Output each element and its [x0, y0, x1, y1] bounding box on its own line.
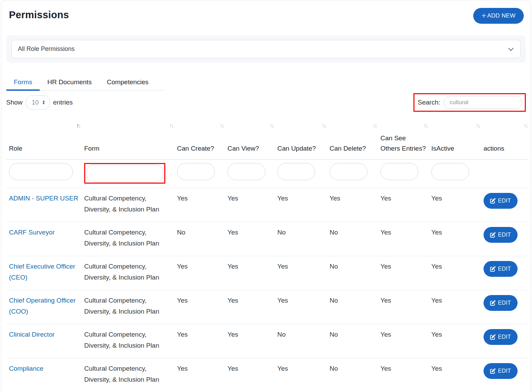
column-header-can_update[interactable]: ↑↓Can Update? [275, 117, 327, 160]
table-row: CARF SurveyorCultural Competency, Divers… [6, 222, 529, 256]
sort-icon[interactable]: ↑↓ [322, 121, 325, 131]
edit-label: EDIT [498, 334, 511, 340]
can-view-cell: Yes [225, 256, 275, 290]
is-active-cell: Yes [429, 256, 481, 290]
table-row: ADMIN - SUPER USERCultural Competency, D… [6, 188, 529, 222]
sort-icon[interactable]: ↑↓ [269, 121, 273, 131]
can-delete-cell: No [327, 256, 378, 290]
form-cell: Cultural Competency, Diversity, & Inclus… [81, 188, 174, 222]
role-link[interactable]: CARF Surveyor [9, 229, 55, 236]
edit-label: EDIT [498, 198, 511, 204]
sort-icon[interactable]: ↑↓ [220, 121, 223, 131]
chevron-down-icon [508, 46, 514, 51]
tab-forms[interactable]: Forms [6, 76, 40, 90]
can-view-cell: Yes [225, 324, 275, 358]
filter-input-can_create[interactable] [177, 163, 215, 180]
column-header-form[interactable]: ↑↓Form [81, 117, 174, 160]
edit-icon [490, 198, 496, 204]
form-cell: Cultural Competency, Diversity, & Inclus… [81, 222, 174, 256]
edit-button[interactable]: EDIT [484, 363, 518, 379]
column-filter-row [6, 160, 529, 188]
column-label: Can Delete? [330, 145, 366, 152]
sort-icon[interactable]: ↑↓ [169, 121, 173, 131]
table-toolbar: Show 10 ▲▼ entries Search: [6, 93, 526, 112]
can-create-cell: Yes [174, 188, 225, 222]
role-link[interactable]: Chief Operating Officer (COO) [9, 297, 76, 315]
actions-cell: EDIT [481, 324, 529, 358]
role-link[interactable]: Compliance [9, 365, 43, 372]
sort-icon[interactable]: ↑↓ [476, 121, 479, 131]
is-active-cell: Yes [429, 358, 481, 392]
select-arrows-icon: ▲▼ [42, 100, 45, 105]
filter-input-can_see_others[interactable] [380, 163, 418, 180]
table-row: Chief Executive Officer (CEO)Cultural Co… [6, 256, 529, 290]
column-header-can_see_others[interactable]: ↑↓Can See Others Entries? [378, 117, 429, 160]
edit-icon [490, 334, 496, 340]
can-delete-cell: No [327, 324, 378, 358]
actions-cell: EDIT [481, 188, 529, 222]
is-active-cell: Yes [429, 290, 481, 324]
can-update-cell: Yes [275, 290, 327, 324]
filter-input-form[interactable] [86, 165, 163, 182]
role-permissions-dropdown[interactable]: All Role Permissions [11, 40, 521, 58]
can-view-cell: Yes [225, 290, 275, 324]
role-link[interactable]: ADMIN - SUPER USER [9, 195, 78, 202]
edit-button[interactable]: EDIT [484, 193, 518, 209]
column-label: actions [484, 145, 504, 152]
sort-icon[interactable]: ↑↓ [373, 121, 376, 131]
can-create-cell: No [174, 222, 225, 256]
role-link[interactable]: Chief Executive Officer (CEO) [9, 263, 75, 281]
add-new-button[interactable]: + ADD NEW [473, 8, 524, 24]
dropdown-selected-value: All Role Permissions [18, 45, 75, 53]
column-header-can_view[interactable]: ↑↓Can View? [225, 117, 275, 160]
column-label: Can Create? [177, 145, 214, 152]
column-header-actions[interactable]: ↑↓actions [481, 117, 529, 160]
filter-input-can_view[interactable] [228, 163, 265, 180]
filter-input-is_active[interactable] [431, 163, 469, 180]
actions-cell: EDIT [481, 290, 529, 324]
edit-icon [490, 368, 496, 374]
search-box-highlight: Search: [413, 93, 526, 112]
tab-competencies[interactable]: Competencies [99, 76, 156, 90]
can-see-others-cell: Yes [378, 188, 429, 222]
add-new-label: ADD NEW [487, 12, 516, 19]
column-header-can_delete[interactable]: ↑↓Can Delete? [327, 117, 378, 160]
can-update-cell: No [275, 324, 327, 358]
filter-highlight-box [84, 163, 165, 184]
sort-icon[interactable]: ↑↓ [523, 121, 527, 131]
tab-hr-documents[interactable]: HR Documents [40, 76, 99, 90]
can-see-others-cell: Yes [378, 256, 429, 290]
page-length-value: 10 [32, 99, 39, 106]
filter-input-role[interactable] [9, 163, 73, 180]
table-row: ComplianceCultural Competency, Diversity… [6, 358, 529, 392]
permissions-page: Permissions + ADD NEW All Role Permissio… [1, 0, 531, 392]
filter-input-can_delete[interactable] [330, 163, 367, 180]
can-create-cell: Yes [174, 324, 225, 358]
edit-button[interactable]: EDIT [484, 329, 518, 345]
edit-button[interactable]: EDIT [484, 295, 518, 311]
role-link[interactable]: Clinical Director [9, 331, 55, 338]
column-header-can_create[interactable]: ↑↓Can Create? [174, 117, 225, 160]
can-delete-cell: Yes [327, 188, 378, 222]
tab-bar: Forms HR Documents Competencies [6, 76, 164, 90]
can-delete-cell: No [327, 222, 378, 256]
page-length-select[interactable]: 10 ▲▼ [25, 95, 51, 110]
filter-input-can_update[interactable] [277, 163, 315, 180]
form-cell: Cultural Competency, Diversity, & Inclus… [81, 256, 174, 290]
column-label: Form [84, 145, 99, 152]
column-header-is_active[interactable]: ↑↓IsActive [429, 117, 481, 160]
form-cell: Cultural Competency, Diversity, & Inclus… [81, 324, 174, 358]
sort-icon[interactable]: ↑↓ [423, 121, 427, 131]
edit-button[interactable]: EDIT [484, 261, 518, 277]
can-delete-cell: No [327, 290, 378, 324]
column-header-role[interactable]: ↑↓Role [6, 117, 81, 160]
form-cell: Cultural Competency, Diversity, & Inclus… [81, 290, 174, 324]
sort-icon[interactable]: ↑↓ [76, 121, 80, 131]
table-header: ↑↓Role↑↓Form↑↓Can Create?↑↓Can View?↑↓Ca… [6, 117, 529, 160]
edit-button[interactable]: EDIT [484, 227, 518, 243]
can-create-cell: Yes [174, 290, 225, 324]
edit-label: EDIT [498, 266, 511, 272]
table-row: Clinical DirectorCultural Competency, Di… [6, 324, 529, 358]
search-input[interactable] [444, 96, 522, 109]
can-update-cell: Yes [275, 358, 327, 392]
